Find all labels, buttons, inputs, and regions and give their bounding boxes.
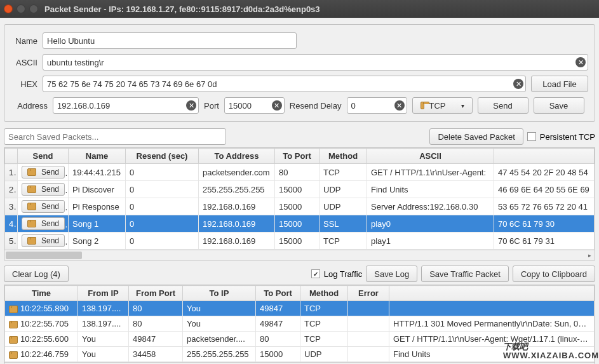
clear-ascii-icon[interactable]: ✕	[575, 57, 586, 67]
cell-error[interactable]	[348, 347, 389, 362]
table-row[interactable]: 4SendSong 10192.168.0.16915000SSLplay070…	[5, 215, 595, 233]
row-send-button[interactable]: Send	[22, 217, 65, 230]
row-number[interactable]: 3	[5, 198, 18, 215]
cell-hex[interactable]: 46 69 6E 64 20 55 6E 69	[494, 181, 595, 198]
cell-from-ip[interactable]: 138.197....	[78, 316, 129, 332]
cell-resend[interactable]: 0	[126, 215, 199, 233]
cell-message[interactable]: Find Units	[389, 347, 595, 362]
row-send-button[interactable]: Send	[22, 200, 65, 213]
column-header[interactable]: Method	[300, 286, 348, 301]
cell-from-port[interactable]: 80	[129, 301, 183, 316]
cell-method[interactable]: TCP	[300, 316, 348, 332]
cell-resend[interactable]: 0	[126, 181, 199, 198]
copy-clipboard-button[interactable]: Copy to Clipboard	[513, 266, 595, 282]
cell-port[interactable]: 15000	[275, 198, 320, 215]
cell-hex[interactable]: 70 6C 61 79 30	[494, 215, 595, 233]
cell-name[interactable]: Pi Discover	[69, 181, 126, 198]
row-send-button[interactable]: Send	[22, 234, 65, 247]
clear-log-button[interactable]: Clear Log (4)	[4, 266, 69, 282]
cell-error[interactable]	[348, 316, 389, 332]
cell-hex[interactable]: 47 45 54 20 2F 20 48 54	[494, 164, 595, 181]
cell-to-port[interactable]: 15000	[256, 347, 300, 362]
protocol-combo[interactable]: TCP ▾	[412, 97, 473, 114]
cell-address[interactable]: 192.168.0.169	[199, 198, 275, 215]
cell-from-ip[interactable]: You	[78, 332, 129, 347]
row-send-button[interactable]: Send	[22, 183, 65, 196]
table-row[interactable]: 1Send19:44:41.2150packetsender.com80TCPG…	[5, 164, 595, 181]
cell-method[interactable]: UDP	[300, 347, 348, 362]
cell-from-ip[interactable]: 138.197....	[78, 301, 129, 316]
save-traffic-button[interactable]: Save Traffic Packet	[421, 266, 509, 282]
table-row[interactable]: 10:22:46.759You34458255.255.255.25515000…	[5, 347, 595, 362]
table-row[interactable]: 10:22:55.705138.197....80You49847TCPHTTP…	[5, 316, 595, 332]
hex-input[interactable]	[43, 76, 526, 92]
saved-packets-table[interactable]: SendNameResend (sec)To AddressTo PortMet…	[4, 147, 595, 260]
cell-time[interactable]: 10:22:46.759	[5, 347, 78, 362]
cell-to-ip[interactable]: You	[183, 301, 256, 316]
cell-resend[interactable]: 0	[126, 198, 199, 215]
cell-address[interactable]: 192.168.0.169	[199, 215, 275, 233]
table-row[interactable]: 10:22:55.600You49847packetsender....80TC…	[5, 332, 595, 347]
cell-to-ip[interactable]: packetsender....	[183, 332, 256, 347]
cell-message[interactable]	[389, 301, 595, 316]
cell-time[interactable]: 10:22:55.705	[5, 316, 78, 332]
table-row[interactable]: 10:22:55.890138.197....80You49847TCP	[5, 301, 595, 316]
clear-resend-icon[interactable]: ✕	[394, 100, 405, 111]
column-header[interactable]: Send	[18, 149, 69, 164]
cell-method[interactable]: UDP	[320, 198, 367, 215]
cell-method[interactable]: UDP	[320, 181, 367, 198]
cell-to-port[interactable]: 49847	[256, 316, 300, 332]
cell-from-port[interactable]: 80	[129, 316, 183, 332]
cell-ascii[interactable]: play1	[367, 233, 494, 250]
name-input[interactable]	[43, 32, 297, 49]
cell-hex[interactable]: 70 6C 61 79 31	[494, 233, 595, 250]
column-header[interactable]: Method	[320, 149, 367, 164]
cell-resend[interactable]: 0	[126, 164, 199, 181]
clear-hex-icon[interactable]: ✕	[513, 79, 523, 89]
cell-to-port[interactable]: 49847	[256, 301, 300, 316]
cell-name[interactable]: Pi Response	[69, 198, 126, 215]
rownum-header[interactable]	[5, 149, 18, 164]
cell-to-ip[interactable]: 255.255.255.255	[183, 347, 256, 362]
column-header[interactable]	[494, 149, 595, 164]
cell-ascii[interactable]: Server Address:192.168.0.30	[367, 198, 494, 215]
address-input[interactable]	[53, 97, 199, 114]
column-header[interactable]: To IP	[183, 286, 256, 301]
cell-method[interactable]: TCP	[300, 301, 348, 316]
cell-to-ip[interactable]: You	[183, 316, 256, 332]
delete-saved-button[interactable]: Delete Saved Packet	[429, 128, 523, 145]
row-number[interactable]: 2	[5, 181, 18, 198]
search-saved-input[interactable]	[4, 128, 226, 145]
maximize-icon[interactable]	[29, 4, 38, 13]
cell-port[interactable]: 15000	[275, 233, 320, 250]
cell-ascii[interactable]: play0	[367, 215, 494, 233]
save-button[interactable]: Save	[534, 97, 584, 114]
row-number[interactable]: 1	[5, 164, 18, 181]
saved-scrollbar[interactable]: ◂ ▸	[4, 250, 595, 260]
cell-address[interactable]: 255.255.255.255	[199, 181, 275, 198]
column-header[interactable]: To Port	[256, 286, 300, 301]
table-row[interactable]: 3SendPi Response0192.168.0.16915000UDPSe…	[5, 198, 595, 215]
load-file-button[interactable]: Load File	[531, 76, 588, 92]
clear-address-icon[interactable]: ✕	[186, 100, 196, 111]
cell-method[interactable]: TCP	[320, 164, 367, 181]
table-row[interactable]: 2SendPi Discover0255.255.255.25515000UDP…	[5, 181, 595, 198]
table-row[interactable]: 5SendSong 20192.168.0.16915000TCPplay170…	[5, 233, 595, 250]
cell-port[interactable]: 15000	[275, 215, 320, 233]
cell-name[interactable]: Song 1	[69, 215, 126, 233]
cell-address[interactable]: packetsender.com	[199, 164, 275, 181]
column-header[interactable]: Time	[5, 286, 78, 301]
cell-time[interactable]: 10:22:55.890	[5, 301, 78, 316]
cell-port[interactable]: 80	[275, 164, 320, 181]
column-header[interactable]: From Port	[129, 286, 183, 301]
cell-to-port[interactable]: 80	[256, 332, 300, 347]
column-header[interactable]: Name	[69, 149, 126, 164]
save-log-button[interactable]: Save Log	[366, 266, 417, 282]
cell-ascii[interactable]: Find Units	[367, 181, 494, 198]
cell-time[interactable]: 10:22:55.600	[5, 332, 78, 347]
row-number[interactable]: 4	[5, 215, 18, 233]
cell-method[interactable]: TCP	[300, 332, 348, 347]
row-number[interactable]: 5	[5, 233, 18, 250]
cell-name[interactable]: Song 2	[69, 233, 126, 250]
column-header[interactable]	[389, 286, 595, 301]
